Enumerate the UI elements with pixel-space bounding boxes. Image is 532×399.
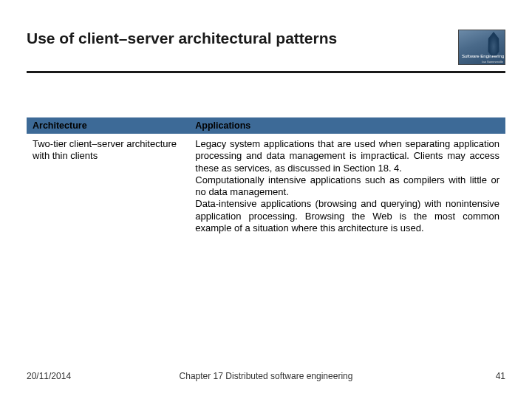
architecture-table: Architecture Applications Two-tier clien… — [27, 117, 505, 239]
title-divider — [27, 71, 505, 73]
logo-text: Software Engineering — [462, 54, 504, 58]
footer-chapter: Chapter 17 Distributed software engineer… — [27, 371, 505, 381]
slide: Use of client–server architectural patte… — [0, 0, 532, 399]
header-architecture: Architecture — [27, 117, 189, 134]
table-header-row: Architecture Applications — [27, 117, 505, 134]
cell-applications: Legacy system applications that are used… — [189, 134, 505, 239]
header-applications: Applications — [189, 117, 505, 134]
logo-subtext: Ian Sommerville — [482, 60, 503, 64]
title-row: Use of client–server architectural patte… — [27, 30, 505, 65]
table-row: Two-tier client–server architecture with… — [27, 134, 505, 239]
footer: 20/11/2014 Chapter 17 Distributed softwa… — [27, 371, 505, 381]
book-logo: Software Engineering Ian Sommerville — [458, 30, 505, 65]
cell-architecture: Two-tier client–server architecture with… — [27, 134, 189, 239]
page-title: Use of client–server architectural patte… — [27, 30, 458, 47]
